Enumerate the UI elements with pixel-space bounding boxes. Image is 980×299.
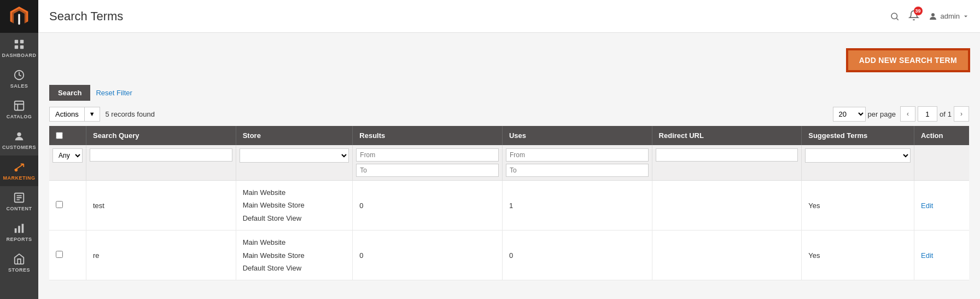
col-header-action: Action — [914, 126, 969, 145]
prev-page-button[interactable]: ‹ — [900, 106, 915, 122]
row-suggested-terms: Yes — [802, 231, 914, 280]
row-action: Edit — [914, 231, 969, 280]
per-page-label: per page — [868, 110, 896, 118]
sidebar-item-catalog[interactable]: CATALOG — [0, 94, 38, 125]
filter-results-to[interactable] — [356, 164, 499, 177]
per-page-select[interactable]: 20 30 50 — [833, 107, 866, 122]
sidebar-item-sales[interactable]: SALES — [0, 64, 38, 94]
svg-point-13 — [931, 13, 935, 16]
row-checkbox-cell — [49, 231, 86, 280]
filter-uses-from[interactable] — [506, 148, 649, 162]
svg-rect-5 — [15, 101, 24, 111]
notification-badge: 39 — [914, 7, 923, 15]
row-results: 0 — [353, 181, 503, 231]
row-store: Main Website Main Website Store Default … — [236, 231, 353, 280]
sidebar-item-label: REPORTS — [6, 237, 32, 242]
row-search-query: test — [86, 181, 236, 231]
row-checkbox[interactable] — [56, 201, 63, 208]
actions-button[interactable]: Actions — [49, 107, 84, 122]
header-actions: 39 admin — [890, 10, 969, 22]
row-store: Main Website Main Website Store Default … — [236, 181, 353, 231]
col-header-results: Results — [353, 126, 503, 145]
sidebar-item-customers[interactable]: CUSTOMERS — [0, 125, 38, 156]
reset-filter-link[interactable]: Reset Filter — [96, 89, 132, 97]
page-of-label: of — [940, 110, 946, 118]
sidebar-item-label: CUSTOMERS — [2, 145, 36, 150]
page-content: Add New Search Term Search Reset Filter … — [38, 33, 980, 299]
admin-menu[interactable]: admin — [928, 12, 969, 21]
sidebar-item-label: CONTENT — [7, 206, 32, 211]
records-count: 5 records found — [106, 110, 155, 118]
filter-cell-query — [86, 145, 236, 181]
row-results: 0 — [353, 231, 503, 280]
filter-results-from[interactable] — [356, 148, 499, 162]
sidebar-item-label: CATALOG — [7, 114, 32, 119]
sidebar-item-label: SALES — [10, 83, 28, 89]
current-page-input[interactable] — [918, 106, 937, 122]
sidebar-item-marketing[interactable]: MARKETING — [0, 156, 38, 186]
filter-cell-uses — [502, 145, 652, 181]
table-controls-left: Actions ▼ 5 records found — [49, 107, 155, 122]
row-redirect-url — [652, 181, 802, 231]
svg-rect-0 — [15, 40, 18, 43]
notification-button[interactable]: 39 — [908, 10, 919, 22]
sidebar: DASHBOARD SALES CATALOG CUSTOMERS MARKET… — [0, 0, 38, 299]
page-title: Search Terms — [49, 9, 123, 24]
actions-dropdown: Actions ▼ — [49, 107, 100, 122]
filter-store-select[interactable]: Main Website — [240, 148, 349, 163]
svg-rect-3 — [20, 45, 24, 49]
row-uses: 0 — [502, 231, 652, 280]
sidebar-item-stores[interactable]: STORES — [0, 248, 38, 278]
logo[interactable] — [0, 0, 38, 33]
row-redirect-url — [652, 231, 802, 280]
col-header-store: Store — [236, 126, 353, 145]
add-new-search-term-button[interactable]: Add New Search Term — [847, 49, 969, 71]
filter-bar: Search Reset Filter — [49, 85, 969, 101]
col-header-checkbox — [49, 126, 86, 145]
svg-rect-9 — [15, 228, 17, 233]
edit-link[interactable]: Edit — [921, 251, 933, 260]
col-header-search-query: Search Query — [86, 126, 236, 145]
row-suggested-terms: Yes — [802, 181, 914, 231]
next-page-button[interactable]: › — [954, 106, 969, 122]
pagination: ‹ of 1 › — [900, 106, 969, 122]
main-content: Search Terms 39 admin Add New Search Ter… — [38, 0, 980, 299]
table-controls: Actions ▼ 5 records found 20 30 50 per p… — [49, 106, 969, 122]
filter-any-select[interactable]: Any Yes No — [52, 148, 83, 163]
svg-point-6 — [17, 133, 21, 136]
sidebar-item-dashboard[interactable]: DASHBOARD — [0, 33, 38, 64]
table-row: re Main Website Main Website Store Defau… — [49, 231, 969, 280]
svg-rect-2 — [15, 45, 18, 49]
table-row: test Main Website Main Website Store Def… — [49, 181, 969, 231]
edit-link[interactable]: Edit — [921, 202, 933, 210]
col-header-redirect-url: Redirect URL — [652, 126, 802, 145]
sidebar-item-label: DASHBOARD — [2, 53, 37, 58]
col-header-uses: Uses — [502, 126, 652, 145]
filter-cell-redirect — [652, 145, 802, 181]
per-page-wrapper: 20 30 50 per page — [833, 107, 896, 122]
filter-cell-checkbox: Any Yes No — [49, 145, 86, 181]
select-all-checkbox[interactable] — [56, 132, 63, 139]
filter-uses-to[interactable] — [506, 164, 649, 177]
col-header-suggested-terms: Suggested Terms — [802, 126, 914, 145]
filter-suggested-select[interactable]: Yes No — [805, 148, 911, 163]
search-terms-table: Search Query Store Results Uses Redirect… — [49, 126, 969, 280]
page-header: Search Terms 39 admin — [38, 0, 980, 33]
actions-arrow-button[interactable]: ▼ — [84, 107, 100, 122]
sidebar-item-label: STORES — [8, 267, 30, 273]
svg-point-7 — [15, 169, 18, 171]
filter-cell-results — [353, 145, 503, 181]
table-controls-right: 20 30 50 per page ‹ of 1 › — [833, 106, 969, 122]
filter-redirect-input[interactable] — [656, 148, 798, 162]
filter-cell-store: Main Website — [236, 145, 353, 181]
sidebar-item-reports[interactable]: REPORTS — [0, 217, 38, 248]
filter-cell-action — [914, 145, 969, 181]
row-checkbox-cell — [49, 181, 86, 231]
sidebar-item-content[interactable]: CONTENT — [0, 186, 38, 217]
row-checkbox[interactable] — [56, 251, 63, 258]
filter-query-input[interactable] — [90, 148, 232, 162]
search-button[interactable]: Search — [49, 85, 90, 101]
row-uses: 1 — [502, 181, 652, 231]
search-icon[interactable] — [890, 12, 900, 21]
filter-row: Any Yes No Main Website — [49, 145, 969, 181]
